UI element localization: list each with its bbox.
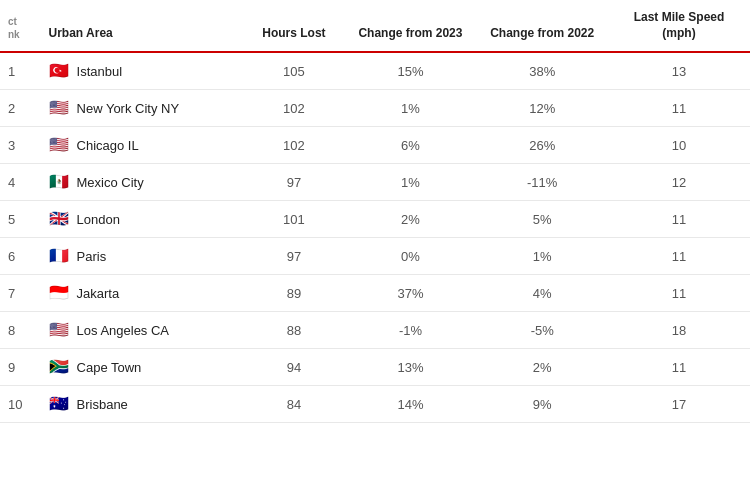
- change23-cell: 13%: [345, 349, 477, 386]
- speed-cell: 17: [608, 386, 750, 423]
- change22-cell: 4%: [476, 275, 608, 312]
- change22-cell: -5%: [476, 312, 608, 349]
- speed-cell: 11: [608, 349, 750, 386]
- change23-cell: 1%: [345, 164, 477, 201]
- change23-cell: -1%: [345, 312, 477, 349]
- table-container: ct nk Urban Area Hours Lost Change from …: [0, 0, 750, 423]
- table-row: 5 🇬🇧 London 101 2% 5% 11: [0, 201, 750, 238]
- change22-cell: 2%: [476, 349, 608, 386]
- urban-area-table: ct nk Urban Area Hours Lost Change from …: [0, 0, 750, 423]
- city-cell: 🇿🇦 Cape Town: [41, 349, 244, 386]
- change23-cell: 14%: [345, 386, 477, 423]
- hours-cell: 102: [243, 127, 344, 164]
- change22-cell: -11%: [476, 164, 608, 201]
- change23-cell: 0%: [345, 238, 477, 275]
- city-name: Jakarta: [77, 286, 120, 301]
- header-speed: Last Mile Speed (mph): [608, 0, 750, 52]
- city-name: Cape Town: [77, 360, 142, 375]
- table-row: 7 🇮🇩 Jakarta 89 37% 4% 11: [0, 275, 750, 312]
- rank-cell: 9: [0, 349, 41, 386]
- flag-icon: 🇦🇺: [49, 396, 69, 412]
- table-row: 9 🇿🇦 Cape Town 94 13% 2% 11: [0, 349, 750, 386]
- change23-cell: 15%: [345, 52, 477, 90]
- table-row: 3 🇺🇸 Chicago IL 102 6% 26% 10: [0, 127, 750, 164]
- change22-cell: 1%: [476, 238, 608, 275]
- city-name: New York City NY: [77, 101, 180, 116]
- header-rank: ct nk: [0, 0, 41, 52]
- city-name: London: [77, 212, 120, 227]
- rank-cell: 10: [0, 386, 41, 423]
- rank-cell: 4: [0, 164, 41, 201]
- city-cell: 🇫🇷 Paris: [41, 238, 244, 275]
- flag-icon: 🇺🇸: [49, 322, 69, 338]
- rank-cell: 3: [0, 127, 41, 164]
- rank-cell: 5: [0, 201, 41, 238]
- city-name: Chicago IL: [77, 138, 139, 153]
- change22-cell: 12%: [476, 90, 608, 127]
- hours-cell: 84: [243, 386, 344, 423]
- hours-cell: 102: [243, 90, 344, 127]
- flag-icon: 🇮🇩: [49, 285, 69, 301]
- city-cell: 🇺🇸 New York City NY: [41, 90, 244, 127]
- city-cell: 🇮🇩 Jakarta: [41, 275, 244, 312]
- city-cell: 🇺🇸 Chicago IL: [41, 127, 244, 164]
- speed-cell: 13: [608, 52, 750, 90]
- table-row: 4 🇲🇽 Mexico City 97 1% -11% 12: [0, 164, 750, 201]
- rank-cell: 8: [0, 312, 41, 349]
- city-name: Los Angeles CA: [77, 323, 170, 338]
- speed-cell: 10: [608, 127, 750, 164]
- change23-cell: 2%: [345, 201, 477, 238]
- hours-cell: 105: [243, 52, 344, 90]
- hours-cell: 101: [243, 201, 344, 238]
- change23-cell: 6%: [345, 127, 477, 164]
- rank-cell: 6: [0, 238, 41, 275]
- rank-cell: 2: [0, 90, 41, 127]
- speed-cell: 11: [608, 275, 750, 312]
- city-name: Mexico City: [77, 175, 144, 190]
- speed-cell: 18: [608, 312, 750, 349]
- header-urban: Urban Area: [41, 0, 244, 52]
- hours-cell: 97: [243, 238, 344, 275]
- city-name: Brisbane: [77, 397, 128, 412]
- city-cell: 🇲🇽 Mexico City: [41, 164, 244, 201]
- header-hours: Hours Lost: [243, 0, 344, 52]
- table-row: 2 🇺🇸 New York City NY 102 1% 12% 11: [0, 90, 750, 127]
- rank-cell: 1: [0, 52, 41, 90]
- flag-icon: 🇫🇷: [49, 248, 69, 264]
- hours-cell: 97: [243, 164, 344, 201]
- city-name: Istanbul: [77, 64, 123, 79]
- speed-cell: 11: [608, 238, 750, 275]
- table-row: 6 🇫🇷 Paris 97 0% 1% 11: [0, 238, 750, 275]
- city-name: Paris: [77, 249, 107, 264]
- city-cell: 🇹🇷 Istanbul: [41, 52, 244, 90]
- speed-cell: 11: [608, 201, 750, 238]
- table-row: 8 🇺🇸 Los Angeles CA 88 -1% -5% 18: [0, 312, 750, 349]
- change22-cell: 5%: [476, 201, 608, 238]
- hours-cell: 94: [243, 349, 344, 386]
- hours-cell: 89: [243, 275, 344, 312]
- table-row: 10 🇦🇺 Brisbane 84 14% 9% 17: [0, 386, 750, 423]
- speed-cell: 12: [608, 164, 750, 201]
- rank-cell: 7: [0, 275, 41, 312]
- flag-icon: 🇺🇸: [49, 100, 69, 116]
- change23-cell: 1%: [345, 90, 477, 127]
- change22-cell: 9%: [476, 386, 608, 423]
- flag-icon: 🇿🇦: [49, 359, 69, 375]
- flag-icon: 🇲🇽: [49, 174, 69, 190]
- table-row: 1 🇹🇷 Istanbul 105 15% 38% 13: [0, 52, 750, 90]
- flag-icon: 🇹🇷: [49, 63, 69, 79]
- flag-icon: 🇺🇸: [49, 137, 69, 153]
- city-cell: 🇬🇧 London: [41, 201, 244, 238]
- hours-cell: 88: [243, 312, 344, 349]
- flag-icon: 🇬🇧: [49, 211, 69, 227]
- header-change23: Change from 2023: [345, 0, 477, 52]
- change23-cell: 37%: [345, 275, 477, 312]
- city-cell: 🇦🇺 Brisbane: [41, 386, 244, 423]
- header-change22: Change from 2022: [476, 0, 608, 52]
- city-cell: 🇺🇸 Los Angeles CA: [41, 312, 244, 349]
- change22-cell: 38%: [476, 52, 608, 90]
- speed-cell: 11: [608, 90, 750, 127]
- change22-cell: 26%: [476, 127, 608, 164]
